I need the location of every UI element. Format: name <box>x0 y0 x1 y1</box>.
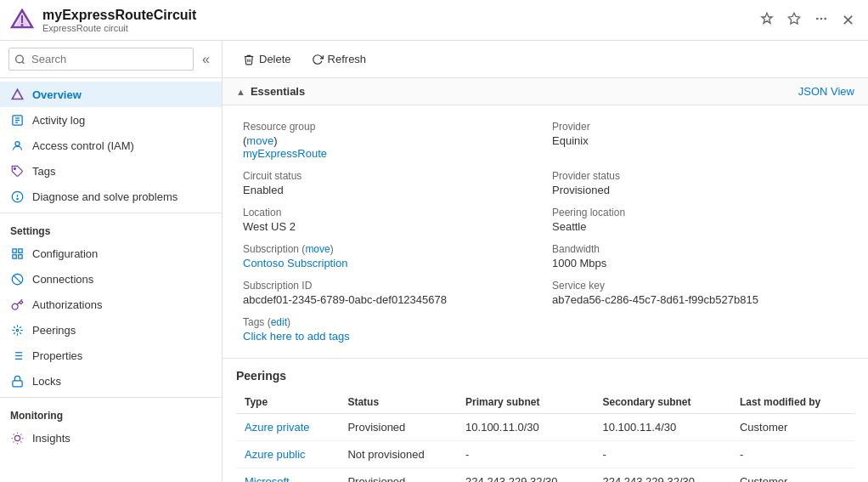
sidebar-item-locks[interactable]: Locks <box>0 368 222 394</box>
bandwidth-value: 1000 Mbps <box>552 257 848 269</box>
sidebar-item-insights[interactable]: Insights <box>0 425 222 451</box>
provider-status-label: Provider status <box>552 170 848 182</box>
tags-add-link[interactable]: Click here to add tags <box>243 330 350 343</box>
sidebar-item-connections[interactable]: Connections <box>0 266 222 292</box>
peering-primary-2: 224.243.229.32/30 <box>457 468 594 483</box>
peering-type-2: Microsoft <box>236 468 339 483</box>
resource-group-value: (move)myExpressRoute <box>243 134 538 160</box>
peering-type-0: Azure private <box>236 414 339 441</box>
circuit-status-label: Circuit status <box>243 170 538 182</box>
app-subtitle: ExpressRoute circuit <box>42 23 757 33</box>
diagnose-icon <box>10 190 24 203</box>
svg-rect-41 <box>12 380 21 386</box>
delete-button[interactable]: Delete <box>236 49 298 69</box>
sidebar-item-diagnose[interactable]: Diagnose and solve problems <box>0 184 222 209</box>
sidebar-item-configuration[interactable]: Configuration <box>0 241 222 266</box>
essentials-bandwidth: Bandwidth 1000 Mbps <box>545 238 854 275</box>
sidebar-item-properties[interactable]: Properties <box>0 343 222 368</box>
subscription-link[interactable]: Contoso Subscription <box>243 257 348 269</box>
svg-rect-21 <box>18 248 21 252</box>
peerings-table-header-row: Type Status Primary subnet Secondary sub… <box>236 391 854 414</box>
refresh-icon <box>312 54 324 65</box>
sidebar-item-insights-label: Insights <box>32 432 70 445</box>
resource-group-move-link[interactable]: move <box>246 134 273 147</box>
properties-icon <box>10 349 24 362</box>
essentials-empty <box>545 311 854 348</box>
sidebar-item-locks-label: Locks <box>32 375 61 388</box>
configuration-icon <box>10 247 24 260</box>
title-bar-actions: ✕ <box>757 9 858 31</box>
svg-line-25 <box>14 275 21 283</box>
nav-divider-1 <box>0 213 222 213</box>
sidebar-item-tags-label: Tags <box>32 165 55 178</box>
essentials-tags: Tags (edit) Click here to add tags <box>236 311 545 348</box>
sidebar-item-access-control-label: Access control (IAM) <box>32 139 134 152</box>
subscription-move-link[interactable]: move <box>305 243 330 255</box>
subscription-id-label: Subscription ID <box>243 280 538 292</box>
monitoring-section-title: Monitoring <box>0 401 222 425</box>
sidebar-item-authorizations[interactable]: Authorizations <box>0 292 222 317</box>
col-header-type: Type <box>236 391 339 414</box>
sidebar-item-tags[interactable]: Tags <box>0 158 222 184</box>
peering-status-2: Provisioned <box>339 468 457 483</box>
peering-secondary-0: 10.100.11.4/30 <box>595 414 731 441</box>
sidebar-item-configuration-label: Configuration <box>32 247 98 260</box>
svg-line-45 <box>13 434 14 434</box>
table-row: Azure public Not provisioned - - - <box>236 441 854 468</box>
sidebar-item-peerings[interactable]: Peerings <box>0 317 222 343</box>
essentials-chevron: ▲ <box>236 87 245 97</box>
svg-line-31 <box>14 326 15 328</box>
title-bar: myExpressRouteCircuit ExpressRoute circu… <box>0 0 868 41</box>
resource-group-link[interactable]: myExpressRoute <box>243 147 327 160</box>
tags-value: Click here to add tags <box>243 330 538 343</box>
expressroute-icon <box>10 9 34 32</box>
delete-label: Delete <box>259 53 291 65</box>
tags-edit-link[interactable]: edit <box>271 316 287 328</box>
svg-rect-20 <box>12 248 15 252</box>
col-header-status: Status <box>339 391 457 414</box>
peering-status-1: Not provisioned <box>339 441 457 468</box>
settings-section-title: Settings <box>0 217 222 241</box>
svg-line-46 <box>20 441 21 442</box>
essentials-provider-status: Provider status Provisioned <box>545 165 854 201</box>
essentials-header: ▲ Essentials JSON View <box>223 78 868 105</box>
delete-icon <box>243 54 255 65</box>
essentials-location: Location West US 2 <box>236 201 545 238</box>
close-button[interactable]: ✕ <box>838 9 858 31</box>
peering-location-label: Peering location <box>552 207 848 218</box>
sidebar-collapse-button[interactable]: « <box>199 48 213 71</box>
peerings-icon <box>10 323 24 337</box>
svg-point-5 <box>816 17 819 20</box>
sidebar-item-peerings-label: Peerings <box>32 324 76 337</box>
peering-type-1: Azure public <box>236 441 339 468</box>
essentials-service-key: Service key ab7eda56-c286-45c7-8d61-f99c… <box>545 275 854 311</box>
json-view-link[interactable]: JSON View <box>798 85 854 98</box>
peerings-title: Peerings <box>236 369 854 383</box>
insights-icon <box>10 431 24 445</box>
svg-line-34 <box>14 332 15 334</box>
search-input[interactable] <box>8 48 194 71</box>
toolbar: Delete Refresh <box>223 41 868 78</box>
provider-label: Provider <box>552 121 848 133</box>
circuit-status-value: Enabled <box>243 184 538 196</box>
authorizations-icon <box>10 298 24 311</box>
pin-button[interactable] <box>757 10 777 31</box>
svg-point-42 <box>14 435 20 440</box>
refresh-button[interactable]: Refresh <box>305 49 374 69</box>
col-header-primary-subnet: Primary subnet <box>457 391 594 414</box>
connections-icon <box>10 272 24 286</box>
svg-point-6 <box>820 17 823 20</box>
essentials-title: Essentials <box>251 85 305 98</box>
locks-icon <box>10 374 24 388</box>
provider-value: Equinix <box>552 134 848 147</box>
sidebar-item-overview[interactable]: Overview <box>0 82 222 107</box>
peerings-table-body: Azure private Provisioned 10.100.11.0/30… <box>236 414 854 483</box>
sidebar-item-access-control[interactable]: Access control (IAM) <box>0 133 222 158</box>
sidebar-search-row: « <box>0 41 222 78</box>
subscription-value: Contoso Subscription <box>243 257 538 269</box>
peering-modified-2: Customer <box>731 468 854 483</box>
essentials-provider: Provider Equinix <box>545 116 854 165</box>
favorite-button[interactable] <box>784 10 804 31</box>
more-button[interactable] <box>811 10 831 31</box>
sidebar-item-activity-log[interactable]: Activity log <box>0 107 222 133</box>
